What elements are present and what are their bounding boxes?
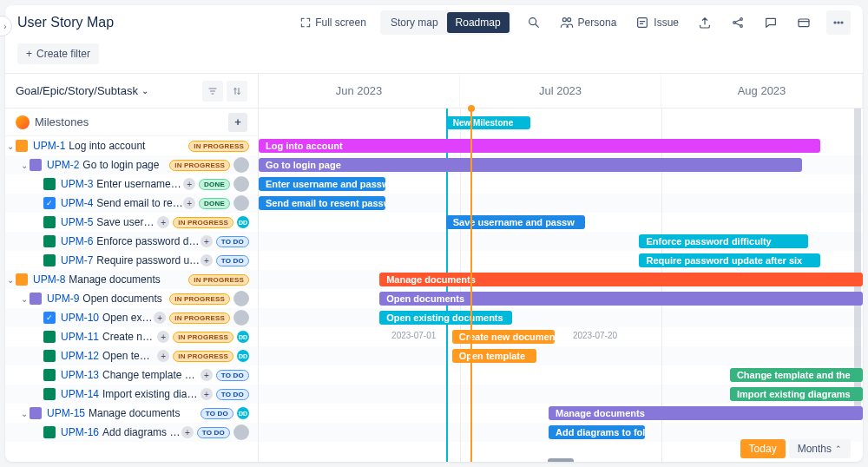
status-badge[interactable]: TO DO — [216, 255, 249, 266]
vertical-scrollbar[interactable] — [854, 83, 861, 413]
gantt-bar[interactable]: Create new documents — [452, 330, 555, 344]
tree-row-UPM-14[interactable]: UPM-14Import existing diagrams+TO DO — [5, 385, 258, 404]
fullscreen-button[interactable]: Full screen — [294, 13, 372, 32]
add-subtask-button[interactable]: + — [157, 350, 169, 362]
assignee-initials[interactable]: DD — [237, 331, 249, 343]
add-milestone-button[interactable]: + — [228, 113, 247, 132]
tree-row-UPM-11[interactable]: UPM-11Create new d…+IN PROGRESSDD — [5, 327, 258, 346]
tree-row-UPM-6[interactable]: UPM-6Enforce password difficulty+TO DO — [5, 232, 258, 251]
horizontal-scrollbar[interactable] — [548, 458, 574, 462]
add-subtask-button[interactable]: + — [183, 197, 195, 209]
issue-title: Add diagrams to fol… — [102, 426, 181, 438]
story-map-tab[interactable]: Story map — [382, 12, 447, 33]
status-badge[interactable]: TO DO — [216, 236, 249, 247]
status-badge[interactable]: TO DO — [197, 427, 230, 438]
tree-row-UPM-3[interactable]: UPM-3Enter username and …+DONE — [5, 174, 258, 194]
tree-row-UPM-10[interactable]: ✓UPM-10Open existing…+IN PROGRESS — [5, 308, 258, 327]
share-button[interactable] — [727, 12, 748, 33]
tree-row-UPM-8[interactable]: ⌄UPM-8Manage documentsIN PROGRESS — [5, 270, 258, 289]
more-button[interactable] — [826, 10, 851, 35]
add-subtask-button[interactable]: + — [201, 369, 213, 381]
add-subtask-button[interactable]: + — [201, 254, 213, 266]
tree-row-UPM-5[interactable]: UPM-5Save usernam…+IN PROGRESSDD — [5, 213, 258, 232]
add-subtask-button[interactable]: + — [157, 216, 169, 228]
status-badge[interactable]: IN PROGRESS — [169, 160, 230, 171]
gantt-bar[interactable]: Manage documents — [549, 406, 863, 420]
status-badge[interactable]: IN PROGRESS — [188, 274, 249, 286]
gantt-bar[interactable]: Save username and passw — [446, 215, 585, 229]
status-badge[interactable]: TO DO — [216, 370, 249, 381]
assignee-avatar[interactable] — [233, 291, 249, 306]
gantt-bar[interactable]: Enter username and passw — [259, 177, 385, 191]
persona-button[interactable]: Persona — [556, 12, 621, 33]
assignee-initials[interactable]: DD — [237, 350, 249, 362]
sort-icon — [232, 86, 242, 96]
status-badge[interactable]: IN PROGRESS — [169, 312, 230, 324]
gantt-bar[interactable]: Open documents — [379, 292, 863, 306]
gantt-bar[interactable]: Send email to resent passw — [259, 196, 385, 210]
issue-title: Open documents — [82, 293, 169, 305]
status-badge[interactable]: IN PROGRESS — [188, 141, 249, 152]
gantt-bar[interactable]: Open existing documents — [379, 311, 512, 325]
status-badge[interactable]: DONE — [199, 198, 230, 209]
collapse-chevron[interactable]: ⌄ — [5, 141, 16, 151]
gantt-bar[interactable]: Manage documents — [379, 273, 863, 286]
tree-row-UPM-16[interactable]: UPM-16Add diagrams to fol…+TO DO — [5, 423, 258, 442]
add-subtask-button[interactable]: + — [157, 331, 169, 343]
tree-row-UPM-13[interactable]: UPM-13Change template and t…+TO DO — [5, 365, 258, 385]
gantt-bar[interactable]: Import existing diagrams — [730, 387, 863, 401]
status-badge[interactable]: IN PROGRESS — [173, 217, 233, 228]
add-subtask-button[interactable]: + — [201, 235, 213, 247]
assignee-initials[interactable]: DD — [237, 407, 249, 419]
status-badge[interactable]: IN PROGRESS — [173, 351, 233, 362]
status-badge[interactable]: IN PROGRESS — [169, 293, 230, 305]
filter-icon-button[interactable] — [202, 81, 223, 102]
gantt-row: Log into account — [259, 136, 863, 155]
zoom-select[interactable]: Months⌃ — [789, 439, 851, 458]
status-badge[interactable]: TO DO — [216, 389, 249, 400]
export-button[interactable] — [694, 12, 715, 33]
tree-row-UPM-9[interactable]: ⌄UPM-9Open documentsIN PROGRESS — [5, 289, 258, 308]
assignee-avatar[interactable] — [233, 310, 249, 326]
today-button[interactable]: Today — [740, 439, 786, 458]
issue-type-icon — [43, 235, 56, 247]
tree-row-UPM-7[interactable]: UPM-7Require password updat…+TO DO — [5, 251, 258, 270]
wallet-button[interactable] — [793, 12, 814, 33]
add-subtask-button[interactable]: + — [154, 312, 166, 324]
status-badge[interactable]: DONE — [199, 179, 230, 190]
sort-icon-button[interactable] — [227, 81, 247, 102]
assignee-avatar[interactable] — [233, 424, 249, 440]
tree-row-UPM-1[interactable]: ⌄UPM-1Log into accountIN PROGRESS — [5, 136, 258, 155]
assignee-avatar[interactable] — [233, 157, 249, 173]
gantt-bar[interactable]: Log into account — [259, 139, 820, 153]
create-filter-button[interactable]: + Create filter — [17, 43, 99, 64]
assignee-avatar[interactable] — [233, 195, 249, 211]
collapse-chevron[interactable]: ⌄ — [19, 409, 30, 418]
add-subtask-button[interactable]: + — [181, 426, 194, 438]
status-badge[interactable]: TO DO — [201, 408, 233, 419]
tree-row-UPM-15[interactable]: ⌄UPM-15Manage documentsTO DODD — [5, 404, 258, 423]
status-badge[interactable]: IN PROGRESS — [173, 332, 233, 343]
gantt-bar[interactable]: Open template — [452, 349, 536, 363]
gantt-bar[interactable]: Go to login page — [259, 158, 802, 172]
tree-row-UPM-2[interactable]: ⌄UPM-2Go to login pageIN PROGRESS — [5, 155, 258, 174]
collapse-chevron[interactable]: ⌄ — [19, 161, 30, 170]
add-subtask-button[interactable]: + — [201, 388, 213, 400]
gantt-bar[interactable]: Enforce password difficulty — [639, 234, 808, 248]
grouping-select[interactable]: Goal/Epic/Story/Subtask ⌄ — [16, 84, 148, 97]
gantt-bar[interactable]: Add diagrams to folders — [549, 425, 645, 439]
issue-button[interactable]: Issue — [632, 12, 682, 33]
assignee-initials[interactable]: DD — [237, 216, 249, 228]
gantt-bar[interactable]: Require password update after six — [639, 253, 820, 267]
gantt-bar[interactable]: Change template and the — [730, 368, 863, 382]
comment-button[interactable] — [760, 12, 781, 33]
search-button[interactable] — [523, 12, 544, 33]
collapse-chevron[interactable]: ⌄ — [19, 294, 30, 304]
roadmap-tab[interactable]: Roadmap — [447, 12, 510, 33]
tree-row-UPM-12[interactable]: UPM-12Open template+IN PROGRESSDD — [5, 346, 258, 365]
collapse-chevron[interactable]: ⌄ — [5, 275, 16, 285]
gantt-bar[interactable]: New Milestone — [446, 116, 530, 129]
add-subtask-button[interactable]: + — [183, 178, 195, 190]
assignee-avatar[interactable] — [233, 176, 249, 192]
tree-row-UPM-4[interactable]: ✓UPM-4Send email to resent …+DONE — [5, 194, 258, 213]
